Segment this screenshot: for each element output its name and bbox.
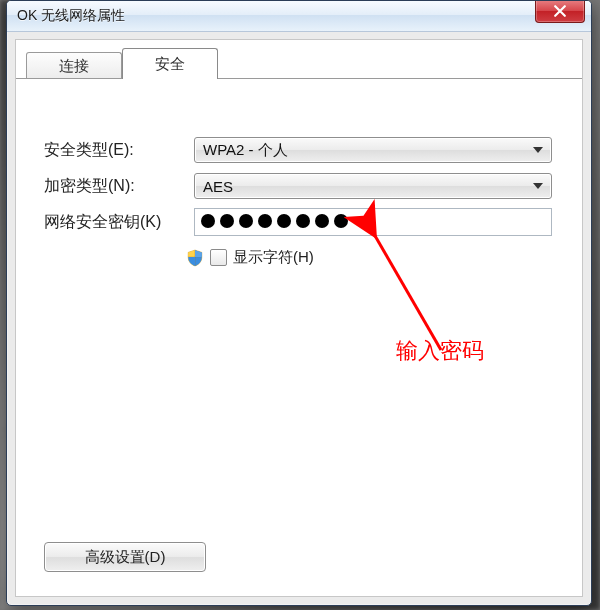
tab-security[interactable]: 安全: [122, 48, 218, 79]
close-icon: [554, 5, 566, 17]
network-key-label: 网络安全密钥(K): [44, 212, 194, 233]
security-type-value: WPA2 - 个人: [203, 141, 288, 160]
encryption-type-label: 加密类型(N):: [44, 176, 194, 197]
titlebar: OK 无线网络属性: [7, 1, 591, 32]
advanced-settings-button[interactable]: 高级设置(D): [44, 542, 206, 572]
security-type-label: 安全类型(E):: [44, 140, 194, 161]
security-type-dropdown[interactable]: WPA2 - 个人: [194, 137, 552, 163]
row-encryption-type: 加密类型(N): AES: [44, 168, 552, 204]
dialog-window: OK 无线网络属性 连接 安全 安全类型(E): WPA2 - 个人 加密类型(…: [6, 0, 592, 606]
row-network-key: 网络安全密钥(K): [44, 204, 552, 240]
password-mask: [201, 214, 353, 231]
tab-connect[interactable]: 连接: [26, 52, 122, 79]
row-show-characters: 显示字符(H): [186, 248, 552, 267]
encryption-type-value: AES: [203, 178, 233, 195]
network-key-input[interactable]: [194, 208, 552, 236]
advanced-settings-label: 高级设置(D): [85, 548, 166, 567]
tab-strip: 连接 安全: [26, 48, 218, 78]
chevron-down-icon: [533, 147, 543, 153]
chevron-down-icon: [533, 183, 543, 189]
security-form: 安全类型(E): WPA2 - 个人 加密类型(N): AES 网络安全密钥(K…: [44, 132, 552, 267]
row-security-type: 安全类型(E): WPA2 - 个人: [44, 132, 552, 168]
encryption-type-dropdown[interactable]: AES: [194, 173, 552, 199]
tab-separator: [16, 78, 582, 79]
show-characters-label: 显示字符(H): [233, 248, 314, 267]
annotation-text: 输入密码: [396, 336, 484, 366]
window-title: OK 无线网络属性: [17, 7, 125, 25]
show-characters-checkbox[interactable]: [210, 249, 227, 266]
shield-icon: [186, 249, 204, 267]
close-button[interactable]: [535, 0, 585, 23]
client-area: 连接 安全 安全类型(E): WPA2 - 个人 加密类型(N): AES: [15, 39, 583, 597]
